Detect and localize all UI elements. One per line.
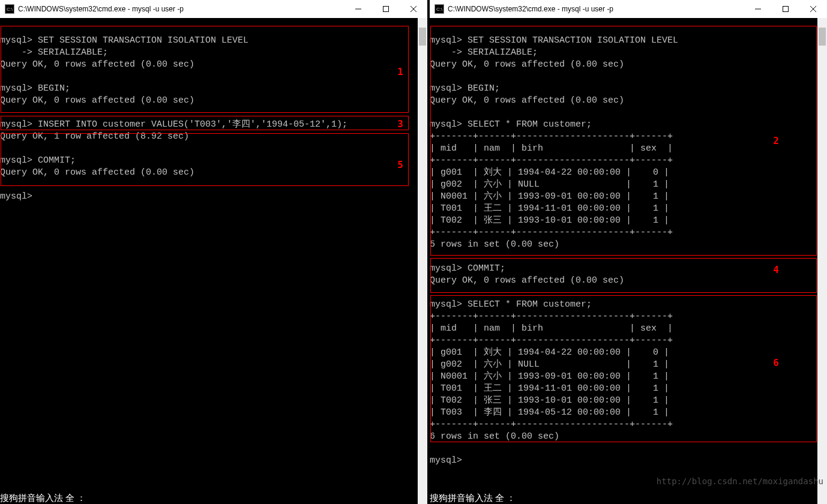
annotation-number-3: 3: [397, 118, 403, 130]
svg-rect-1: [383, 7, 389, 12]
titlebar-left[interactable]: C:\ C:\WINDOWS\system32\cmd.exe - mysql …: [0, 0, 427, 18]
terminal-left[interactable]: mysql> SET SESSION TRANSACTION ISOLATION…: [0, 18, 427, 504]
ime-status-left: 搜狗拼音输入法 全 ：: [0, 493, 86, 504]
annotation-number-1: 1: [397, 66, 403, 77]
minimize-button[interactable]: [744, 0, 772, 18]
scrollbar-right[interactable]: [817, 18, 827, 504]
annotation-number-2: 2: [773, 135, 779, 146]
annotation-number-6: 6: [773, 357, 779, 368]
terminal-window-right: C:\ C:\WINDOWS\system32\cmd.exe - mysql …: [430, 0, 827, 504]
terminal-window-left: C:\ C:\WINDOWS\system32\cmd.exe - mysql …: [0, 0, 427, 504]
ime-status-right: 搜狗拼音输入法 全 ：: [430, 493, 516, 504]
annotation-number-4: 4: [773, 264, 779, 275]
terminal-output-right: mysql> SET SESSION TRANSACTION ISOLATION…: [430, 18, 827, 467]
window-title-left: C:\WINDOWS\system32\cmd.exe - mysql -u u…: [18, 5, 344, 13]
window-title-right: C:\WINDOWS\system32\cmd.exe - mysql -u u…: [448, 5, 744, 13]
maximize-button[interactable]: [372, 0, 400, 18]
svg-rect-5: [783, 7, 789, 12]
cmd-icon: C:\: [5, 4, 14, 14]
watermark: http://blog.csdn.net/moxigandashu: [657, 476, 823, 486]
close-button[interactable]: [400, 0, 427, 18]
annotation-number-5: 5: [397, 159, 403, 170]
titlebar-right[interactable]: C:\ C:\WINDOWS\system32\cmd.exe - mysql …: [430, 0, 827, 18]
terminal-output-left: mysql> SET SESSION TRANSACTION ISOLATION…: [0, 18, 427, 203]
close-button[interactable]: [799, 0, 827, 18]
terminal-right[interactable]: mysql> SET SESSION TRANSACTION ISOLATION…: [430, 18, 827, 504]
maximize-button[interactable]: [772, 0, 799, 18]
scrollbar-left[interactable]: [418, 18, 427, 504]
cmd-icon: C:\: [435, 4, 444, 14]
minimize-button[interactable]: [344, 0, 372, 18]
